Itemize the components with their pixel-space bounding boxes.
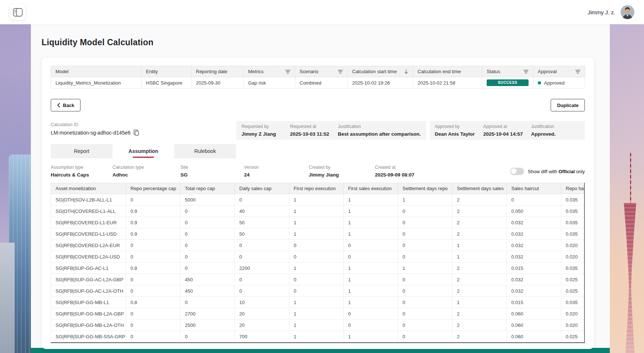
value-cell: 0.020 [561,320,585,331]
meta-version: Version24 [244,165,309,178]
value-cell: 0.020 [561,251,585,263]
back-button[interactable]: Back [51,99,80,111]
column-header-repo-percentage-cap: Repo percentage cap [126,183,180,194]
request-info-panel: Requested byJimmy Z JiangRequested at202… [236,121,426,140]
value-cell: 0 [180,228,235,240]
value-cell: 0 [398,217,452,228]
meta-assumption-type: Assumption typeHaircuts & Caps [51,165,112,178]
asset-cell: SG|RFB|SUP-GG-AC-L1 [51,263,126,274]
duplicate-label: Duplicate [557,103,579,108]
value-cell: 0.032 [507,274,561,285]
tab-assumption[interactable]: Assumption [112,144,174,158]
value-cell: 0 [180,217,235,228]
value-cell: 2 [452,228,507,240]
chevron-left-icon [57,103,60,107]
value-cell: 0 [126,194,180,206]
column-label: Status [487,69,500,74]
value-cell: 1 [289,217,344,228]
column-header-asset-monetization: Asset monetization [51,183,126,194]
asset-cell: SG|RFB|SUP-GG-AC-L2A-GBP [51,274,126,285]
value-cell: 0 [180,331,235,342]
value-cell: 0.060 [507,320,561,331]
toggle-knob [511,168,517,174]
value-cell: 0 [289,240,344,251]
approval-info-panel: Approved byDean Anis TaylorApproved at20… [430,121,585,140]
value-cell: 1 [452,297,507,308]
filter-icon[interactable] [285,69,290,74]
summary-table: ModelEntityReporting dateMetricsScenario… [51,66,585,89]
value-cell: 1 [398,263,452,274]
filter-icon[interactable] [338,69,343,74]
column-label: Scenario [300,69,318,74]
table-row: SG|RFB|COVERED-L1-USD0.905011020.0320.03… [51,228,585,240]
sort-desc-icon[interactable] [404,69,408,74]
value-cell: 0.060 [507,308,561,320]
sidebar-toggle-button[interactable] [10,4,26,20]
filter-icon[interactable] [575,69,580,74]
column-label: Metrics [248,69,264,74]
asset-cell: SG|RFB|SUP-GG-MB-L2A-GBP [51,308,126,320]
value-cell: 0.032 [507,228,561,240]
value-cell: 2 [452,263,507,274]
show-diff-toggle-label: Show diff with Official only [528,169,585,174]
table-row: SG|RFB|COVERED-L2A-EUR00000010.0320.020 [51,240,585,251]
value-cell: 0 [398,297,452,308]
show-diff-toggle[interactable] [510,168,524,175]
value-cell: 1 [344,263,398,274]
left-building [0,243,15,353]
assumption-table-container[interactable]: Asset monetizationRepo percentage capTot… [51,183,585,343]
meta-version-label: Version [244,165,309,170]
filter-icon[interactable] [523,69,529,74]
table-row: SG|RFB|SUP-GG-MB-L2A-GBP027002010020.060… [51,308,585,320]
value-cell: 20 [235,320,289,331]
value-cell: 2 [452,285,507,297]
tab-bar: ReportAssumptionRulebook [51,144,585,158]
summary-cell-status: SUCCESS [482,77,533,89]
calculation-id-block: Calculation ID LM-monetization-sg-adhoc-… [51,121,236,140]
tab-rulebook[interactable]: Rulebook [174,144,236,158]
value-cell: 2700 [180,308,235,320]
value-cell: 2 [452,331,507,342]
request-justification-value: Best assumption after comparison. [338,131,421,137]
avatar[interactable] [620,5,634,19]
page-title: Liquidity Model Calculation [42,38,610,47]
user-menu[interactable]: Jimmy J. z. [588,5,634,19]
column-header-first-sales-execution: First sales execution [344,183,398,194]
value-cell: 1 [452,251,507,263]
meta-calculation-type-value: Adhoc [112,172,180,178]
status-badge: SUCCESS [487,79,529,86]
value-cell: 0.035 [561,206,585,217]
tab-label: Rulebook [194,148,216,154]
value-cell: 1 [344,285,398,297]
value-cell: 0 [126,274,180,285]
duplicate-button[interactable]: Duplicate [551,99,585,111]
approval-dot [538,81,541,85]
column-label: Calculation start time [352,69,397,74]
value-cell: 0 [235,194,289,206]
value-cell: 0.8 [126,263,180,274]
value-cell: 50 [235,228,289,240]
table-row: SG|RFB|SUP-GG-AC-L10.80220011120.0150.03… [51,263,585,274]
value-cell: 0 [235,251,289,263]
value-cell: 1 [289,308,344,320]
column-label: Entity [146,69,158,74]
meta-assumption-type-label: Assumption type [51,165,112,170]
value-cell: 1 [344,228,398,240]
value-cell: 0.9 [126,228,180,240]
column-header-first-repo-execution: First repo execution [289,183,344,194]
value-cell: 0 [126,320,180,331]
column-header-status: Status [482,66,533,77]
value-cell: 1 [289,194,344,206]
value-cell: 2200 [235,263,289,274]
calculation-id-value: LM-monetization-sg-adhoc-d145e6 [51,130,130,136]
tab-report[interactable]: Report [51,144,112,158]
value-cell: 1 [344,217,398,228]
request-requested-at: Requested at2025-10-03 11:52 [290,124,338,137]
copy-icon[interactable] [133,129,139,136]
approval-approved-at: Approved at2025-10-04 14:57 [483,124,531,137]
actions-row: Back Duplicate [51,99,585,111]
value-cell: 0.015 [507,263,561,274]
main-content: Liquidity Model Calculation ModelEntityR… [31,24,610,349]
panel-left-icon [13,8,23,17]
column-label: Calculation end time [418,69,461,74]
